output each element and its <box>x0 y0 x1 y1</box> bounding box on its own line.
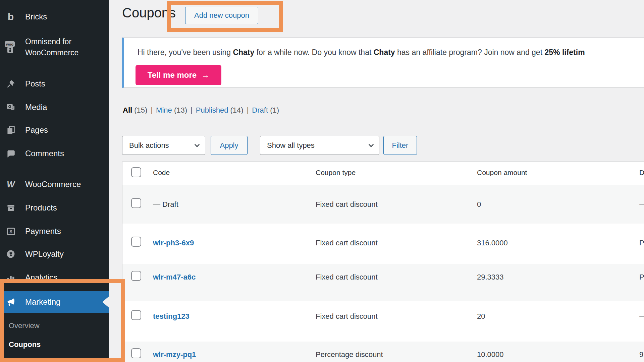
coupon-amount-cell: 10.0000 <box>477 350 504 359</box>
wployalty-trophy-icon <box>5 248 17 260</box>
row-checkbox[interactable] <box>131 237 141 247</box>
sidebar-item-products[interactable]: Products <box>0 196 109 220</box>
add-new-coupon-button[interactable]: Add new coupon <box>185 7 258 24</box>
view-filter-all[interactable]: All <box>123 106 132 114</box>
column-header-description: D <box>639 169 644 177</box>
coupon-code[interactable]: testing123 <box>153 312 190 321</box>
coupons-table: CodeCoupon typeCoupon amountD — DraftFix… <box>122 162 644 362</box>
view-filter-draft[interactable]: Draft <box>252 106 268 114</box>
row-checkbox[interactable] <box>131 198 141 208</box>
payments-card-icon: $ <box>5 225 17 237</box>
table-row: wlr-mzy-pq1Percentage discount10.00009 <box>122 342 644 362</box>
sidebar-item-wployalty[interactable]: WPLoyalty <box>0 242 109 266</box>
active-item-arrow-notch <box>102 296 109 308</box>
view-separator: | <box>151 106 153 114</box>
sidebar-item-label: WooCommerce <box>25 179 81 190</box>
comment-bubble-icon <box>5 147 17 160</box>
filter-button[interactable]: Filter <box>383 136 417 155</box>
coupon-code: — Draft <box>153 200 178 209</box>
sidebar-item-label: Comments <box>25 148 64 160</box>
notice-text-bold: Chaty <box>374 48 395 57</box>
box-icon <box>5 202 17 214</box>
coupon-code[interactable]: wlr-m47-a6c <box>153 273 196 282</box>
sidebar-item-label: Marketing <box>25 296 60 308</box>
sidebar-item-label: Posts <box>25 78 45 90</box>
row-checkbox[interactable] <box>131 271 141 281</box>
list-view-filters: All (15)|Mine (13)|Published (14)|Draft … <box>123 106 279 115</box>
sidebar-item-marketing[interactable]: Marketing <box>0 291 109 313</box>
view-count: (14) <box>228 106 243 114</box>
page-title: Coupons <box>122 5 176 20</box>
sidebar-item-woocommerce[interactable]: WWooCommerce <box>0 173 109 196</box>
coupon-amount-cell: 316.0000 <box>477 239 508 247</box>
sidebar-item-bricks[interactable]: bBricks <box>0 5 109 28</box>
sidebar-subitem-overview[interactable]: Overview <box>0 318 109 334</box>
megaphone-icon <box>5 296 17 308</box>
sidebar-item-label: Products <box>25 202 57 214</box>
notice-text-span: has an affiliate program? Join now and g… <box>395 48 545 57</box>
notice-text: Hi there, you've been using Chaty for a … <box>138 48 585 57</box>
table-header-row: CodeCoupon typeCoupon amountD <box>122 162 644 185</box>
sidebar-item-pages[interactable]: Pages <box>0 118 109 142</box>
column-header-coupon-type: Coupon type <box>316 169 356 177</box>
sidebar-item-media[interactable]: Media <box>0 96 109 119</box>
chevron-down-icon <box>369 142 374 147</box>
coupon-amount-cell: 29.3333 <box>477 273 504 282</box>
right-arrow-icon: → <box>201 70 209 80</box>
coupon-description-cell: P <box>639 273 644 282</box>
coupon-type-cell: Percentage discount <box>316 350 383 359</box>
coupon-type-cell: Fixed cart discount <box>316 200 378 209</box>
sidebar-item-label: Payments <box>25 226 61 237</box>
sidebar-item-analytics[interactable]: Analytics <box>0 266 109 289</box>
view-separator: | <box>247 106 249 114</box>
sidebar-item-label: Omnisend for WooCommerce <box>25 36 101 59</box>
coupon-code[interactable]: wlr-ph3-6x9 <box>153 239 194 247</box>
table-row: wlr-ph3-6x9Fixed cart discount316.0000P <box>122 224 644 264</box>
sidebar-item-label: Pages <box>25 124 48 136</box>
notice-text-span: Hi there, you've been using <box>138 48 233 57</box>
chevron-down-icon <box>195 142 200 147</box>
svg-text:$: $ <box>9 229 12 234</box>
view-count: (1) <box>268 106 279 114</box>
view-count: (15) <box>132 106 147 114</box>
coupon-description-cell: — <box>639 200 644 209</box>
coupon-type-cell: Fixed cart discount <box>316 239 378 247</box>
coupon-type-value: Show all types <box>267 141 315 150</box>
row-checkbox[interactable] <box>131 348 141 358</box>
sidebar-subitem-coupons[interactable]: Coupons <box>0 337 109 353</box>
camera-icon <box>5 101 17 113</box>
tell-me-more-label: Tell me more <box>148 70 197 80</box>
coupon-code[interactable]: wlr-mzy-pq1 <box>153 350 196 359</box>
pages-icon <box>5 124 17 136</box>
view-count: (13) <box>172 106 187 114</box>
chaty-affiliate-notice: Hi there, you've been using Chaty for a … <box>122 38 644 88</box>
bulk-actions-select[interactable]: Bulk actions <box>122 136 205 155</box>
coupon-description-cell: P <box>639 239 644 247</box>
sidebar-item-omnisend-for-woocommerce[interactable]: wooOmnisend for WooCommerce <box>0 35 109 59</box>
table-row: — DraftFixed cart discount0— <box>122 185 644 224</box>
coupon-amount-cell: 20 <box>477 312 485 321</box>
sidebar-item-label: Media <box>25 102 47 113</box>
view-filter-mine[interactable]: Mine <box>156 106 172 114</box>
sidebar-item-payments[interactable]: $Payments <box>0 220 109 243</box>
select-all-checkbox[interactable] <box>131 167 141 177</box>
tell-me-more-button[interactable]: Tell me more → <box>136 65 221 85</box>
coupon-amount-cell: 0 <box>477 200 481 209</box>
coupon-type-cell: Fixed cart discount <box>316 273 378 282</box>
column-header-code: Code <box>153 169 170 177</box>
sidebar-item-label: WPLoyalty <box>25 248 64 260</box>
sidebar-item-label: Analytics <box>25 272 57 284</box>
bricks-icon: b <box>5 11 17 23</box>
view-filter-published[interactable]: Published <box>196 106 228 114</box>
table-row: testing123Fixed cart discount20— <box>122 301 644 342</box>
apply-button[interactable]: Apply <box>211 136 248 155</box>
row-checkbox[interactable] <box>131 310 141 320</box>
sidebar-item-comments[interactable]: Comments <box>0 142 109 165</box>
wordpress-admin-coupons-page: bBrickswooOmnisend for WooCommercePostsM… <box>0 0 644 362</box>
coupon-type-select[interactable]: Show all types <box>260 136 379 155</box>
sidebar-item-posts[interactable]: Posts <box>0 72 109 96</box>
column-header-coupon-amount: Coupon amount <box>477 169 527 177</box>
table-row: wlr-m47-a6cFixed cart discount29.3333P <box>122 264 644 301</box>
notice-text-bold: 25% lifetim <box>544 48 585 57</box>
notice-text-bold: Chaty <box>233 48 254 57</box>
